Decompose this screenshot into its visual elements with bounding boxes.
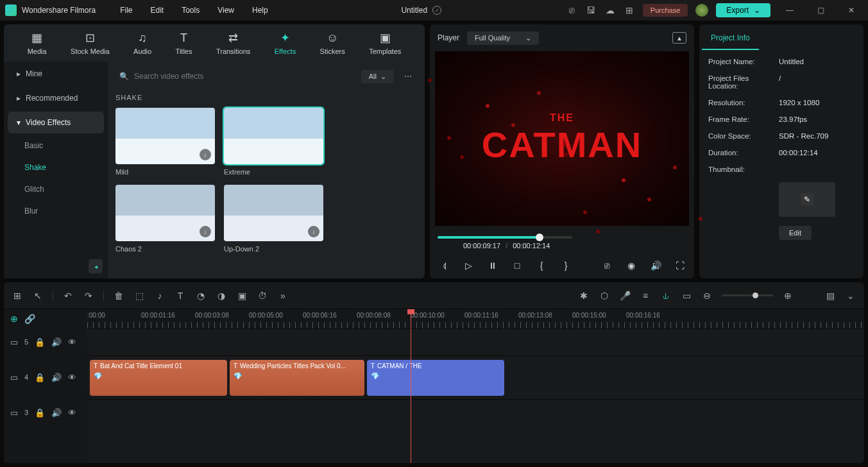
menu-help[interactable]: Help [243, 6, 277, 15]
prev-frame-button[interactable]: ⦉ [438, 259, 450, 272]
camera-icon[interactable]: ◉ [625, 259, 638, 272]
tab-media[interactable]: ▦Media [28, 31, 47, 55]
track-head-3[interactable]: ▭3🔒🔊👁 [4, 399, 87, 426]
tl-select-icon[interactable]: ↖ [32, 290, 44, 301]
tab-transitions[interactable]: ⇄Transitions [216, 31, 250, 55]
sidebar-item-mine[interactable]: ▸Mine [8, 63, 104, 85]
more-icon[interactable]: ⋯ [399, 69, 417, 83]
menu-view[interactable]: View [208, 6, 243, 15]
undo-button[interactable]: ↶ [62, 290, 74, 301]
search-input[interactable] [134, 72, 352, 81]
lock-icon[interactable]: 🔒 [35, 337, 45, 347]
delete-button[interactable]: 🗑 [113, 290, 124, 301]
sound-icon[interactable]: 🔊 [51, 408, 62, 418]
sidebar-sub-shake[interactable]: Shake [4, 157, 108, 178]
tab-titles[interactable]: TTitles [176, 31, 192, 55]
eye-icon[interactable]: 👁 [68, 373, 76, 382]
track-row-4[interactable]: TBat And Cat Title Element 01💎 TWedding … [87, 355, 864, 399]
redo-button[interactable]: ↷ [83, 290, 94, 301]
preview-video[interactable]: THE CATMAN [435, 51, 689, 226]
clip-catman[interactable]: TCATMAN / THE💎 [367, 360, 504, 396]
export-button[interactable]: Export⌄ [716, 3, 770, 17]
screen-icon[interactable]: ⎚ [566, 4, 577, 16]
playhead[interactable] [411, 309, 411, 463]
thumbnail-box[interactable]: ✎ [779, 182, 835, 217]
scrub-handle[interactable] [536, 234, 543, 241]
filter-dropdown[interactable]: All⌄ [361, 70, 394, 83]
quality-dropdown[interactable]: Full Quality⌄ [467, 31, 539, 45]
purchase-button[interactable]: Purchase [643, 4, 688, 17]
zoom-in-button[interactable]: ⊕ [782, 290, 794, 301]
tl-a-icon[interactable]: ✱ [578, 290, 590, 301]
tab-audio[interactable]: ♫Audio [133, 31, 151, 55]
sidebar-item-recommended[interactable]: ▸Recommended [8, 87, 104, 109]
apps-icon[interactable]: ⊞ [624, 4, 635, 16]
tab-effects[interactable]: ✦Effects [275, 31, 296, 55]
snapshot-icon[interactable]: ▲ [672, 32, 686, 44]
mark-out-button[interactable]: } [559, 259, 572, 272]
cloud-icon[interactable]: ☁ [604, 4, 616, 16]
tab-stickers[interactable]: ☺Stickers [320, 31, 345, 55]
track-head-4[interactable]: ▭4🔒🔊👁 [4, 355, 87, 399]
text-icon[interactable]: T [174, 290, 186, 301]
sidebar-sub-glitch[interactable]: Glitch [4, 178, 108, 200]
scrubber[interactable] [438, 236, 572, 239]
effect-chaos-2[interactable]: ↓ Chaos 2 [115, 185, 215, 253]
timer-icon[interactable]: ⏱ [257, 290, 268, 301]
speed-icon[interactable]: ◔ [195, 290, 207, 301]
lock-icon[interactable]: 🔒 [35, 408, 45, 418]
project-info-tab[interactable]: Project Info [702, 27, 759, 50]
more-tools-icon[interactable]: » [277, 290, 289, 301]
minimize-button[interactable]: — [778, 3, 801, 18]
menu-tools[interactable]: Tools [173, 6, 208, 15]
download-icon[interactable]: ↓ [308, 226, 319, 237]
tl-dash-icon[interactable]: ⊞ [12, 290, 23, 301]
zoom-out-button[interactable]: ⊖ [701, 290, 713, 301]
tab-templates[interactable]: ▣Templates [369, 31, 401, 55]
zoom-slider[interactable] [722, 294, 773, 296]
tl-mixer-icon[interactable]: ≡ [640, 290, 651, 301]
sidebar-item-video-effects[interactable]: ▾Video Effects [8, 112, 104, 133]
effect-up-down-2[interactable]: ↓ Up-Down 2 [224, 185, 323, 253]
fullscreen-icon[interactable]: ⛶ [674, 259, 686, 272]
menu-edit[interactable]: Edit [142, 6, 173, 15]
eye-icon[interactable]: 👁 [68, 408, 76, 418]
effect-extreme[interactable]: Extreme [224, 108, 323, 176]
volume-icon[interactable]: 🔊 [649, 259, 662, 272]
tl-add-icon[interactable]: ⊕ [10, 314, 18, 324]
download-icon[interactable]: ↓ [200, 149, 211, 160]
mark-in-button[interactable]: { [535, 259, 548, 272]
menu-file[interactable]: File [111, 6, 141, 15]
timeline-ruler[interactable]: :00:0000:00:01:1600:00:03:0800:00:05:000… [87, 309, 864, 328]
tl-view-chev-icon[interactable]: ⌄ [845, 290, 856, 301]
crop2-icon[interactable]: ▣ [236, 290, 248, 301]
effect-mild[interactable]: ↓ Mild [115, 108, 215, 176]
audio-edit-icon[interactable]: ♪ [154, 290, 166, 301]
play-button[interactable]: ▷ [462, 259, 475, 272]
sound-icon[interactable]: 🔊 [51, 337, 62, 347]
tl-view-icon[interactable]: ▤ [824, 290, 836, 301]
clip-bat-and-cat[interactable]: TBat And Cat Title Element 01💎 [90, 360, 227, 396]
tl-link-icon[interactable]: 🔗 [24, 314, 35, 324]
sound-icon[interactable]: 🔊 [51, 373, 62, 382]
sidebar-sub-basic[interactable]: Basic [4, 135, 108, 157]
track-row-3[interactable] [87, 399, 864, 426]
tl-frame-icon[interactable]: ▭ [681, 290, 692, 301]
tab-stock-media[interactable]: ⊡Stock Media [71, 31, 110, 55]
stop-button[interactable]: □ [511, 259, 523, 272]
display-icon[interactable]: ⎚ [600, 259, 613, 272]
eye-icon[interactable]: 👁 [68, 337, 76, 347]
pause-button[interactable]: ⏸ [486, 259, 499, 272]
user-avatar[interactable] [695, 4, 708, 17]
sidebar-sub-blur[interactable]: Blur [4, 200, 108, 222]
crop-button[interactable]: ⬚ [133, 290, 145, 301]
color-icon[interactable]: ◑ [216, 290, 227, 301]
track-head-5[interactable]: ▭5🔒🔊👁 [4, 328, 87, 355]
tl-mic-icon[interactable]: 🎤 [619, 290, 631, 301]
lock-icon[interactable]: 🔒 [35, 373, 45, 382]
sidebar-collapse-button[interactable]: ◂ [89, 259, 103, 273]
download-icon[interactable]: ↓ [200, 226, 211, 237]
save-icon[interactable]: 🖫 [585, 4, 597, 16]
tl-magnet-icon[interactable]: ⫝ [660, 290, 672, 301]
clip-wedding-particles[interactable]: TWedding Particles Titles Pack Vol 0...💎 [230, 360, 364, 396]
